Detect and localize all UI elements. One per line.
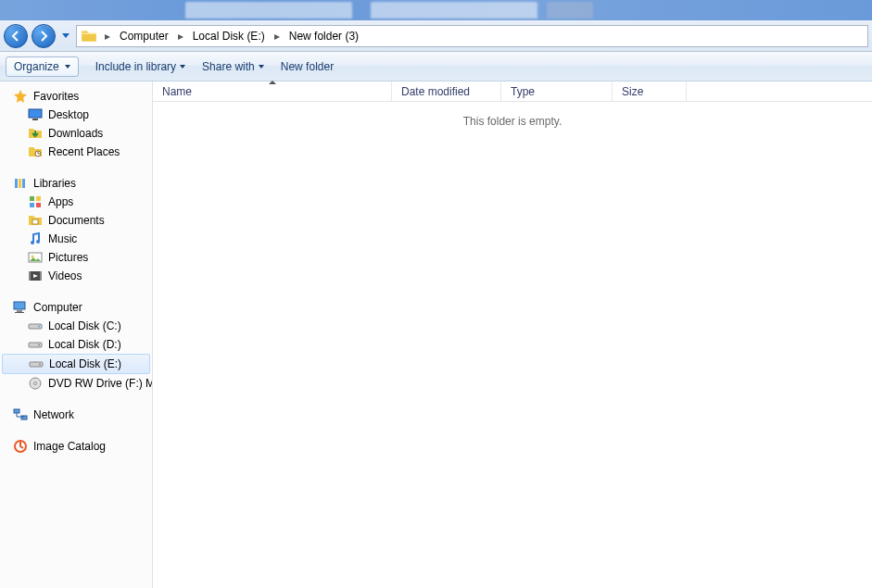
command-bar: Organize Include in library Share with N… bbox=[0, 52, 872, 81]
svg-rect-0 bbox=[29, 109, 42, 118]
sidebar-item-music[interactable]: Music bbox=[0, 230, 152, 248]
computer-icon bbox=[13, 300, 28, 315]
breadcrumb-sep[interactable]: ▸ bbox=[271, 30, 284, 43]
svg-rect-21 bbox=[15, 312, 24, 313]
breadcrumb-box[interactable]: ▸ Computer ▸ Local Disk (E:) ▸ New folde… bbox=[76, 25, 868, 47]
column-size-label: Size bbox=[622, 85, 643, 98]
svg-rect-20 bbox=[17, 310, 22, 312]
sidebar-item-apps[interactable]: Apps bbox=[0, 193, 152, 211]
videos-label: Videos bbox=[48, 269, 82, 282]
dvd-icon bbox=[28, 376, 43, 391]
new-folder-button[interactable]: New folder bbox=[281, 60, 334, 73]
svg-point-25 bbox=[38, 344, 40, 346]
sidebar-item-recent-places[interactable]: Recent Places bbox=[0, 143, 152, 161]
sidebar-item-image-catalog[interactable]: Image Catalog bbox=[0, 437, 152, 456]
image-catalog-label: Image Catalog bbox=[33, 440, 106, 453]
music-label: Music bbox=[48, 232, 77, 245]
column-size[interactable]: Size bbox=[613, 81, 687, 101]
svg-rect-17 bbox=[29, 271, 31, 281]
chevron-down-icon bbox=[259, 65, 264, 69]
svg-point-13 bbox=[36, 240, 40, 244]
column-name-label: Name bbox=[162, 85, 192, 98]
sidebar-item-localdisk-c[interactable]: Local Disk (C:) bbox=[0, 317, 152, 335]
address-bar: ▸ Computer ▸ Local Disk (E:) ▸ New folde… bbox=[0, 20, 872, 52]
sidebar-item-documents[interactable]: Documents bbox=[0, 211, 152, 230]
recent-label: Recent Places bbox=[48, 145, 120, 158]
folder-icon bbox=[81, 28, 97, 44]
svg-point-27 bbox=[39, 364, 41, 366]
sort-ascending-icon bbox=[269, 81, 276, 84]
pictures-label: Pictures bbox=[48, 251, 88, 264]
pictures-icon bbox=[28, 250, 43, 265]
sidebar-item-network[interactable]: Network bbox=[0, 406, 152, 424]
sidebar-item-dvd-rw-drive[interactable]: DVD RW Drive (F:) M bbox=[0, 374, 152, 393]
svg-rect-2 bbox=[32, 119, 38, 120]
organize-button[interactable]: Organize bbox=[6, 56, 79, 77]
window-titlebar bbox=[0, 0, 872, 20]
svg-point-23 bbox=[38, 326, 40, 328]
include-label: Include in library bbox=[95, 60, 176, 73]
sidebar-item-favorites[interactable]: Favorites bbox=[0, 87, 152, 106]
nav-history-dropdown[interactable] bbox=[59, 24, 72, 48]
sidebar-item-localdisk-e[interactable]: Local Disk (E:) bbox=[2, 354, 150, 374]
breadcrumb-newfolder3[interactable]: New folder (3) bbox=[285, 28, 362, 44]
localdisk-e-label: Local Disk (E:) bbox=[49, 357, 121, 370]
back-button[interactable] bbox=[4, 24, 28, 48]
libraries-icon bbox=[13, 176, 28, 191]
column-name[interactable]: Name bbox=[153, 81, 392, 101]
empty-folder-text: This folder is empty. bbox=[153, 115, 872, 128]
svg-point-12 bbox=[31, 241, 34, 244]
navigation-pane: Favorites Desktop Downloads Recent Place… bbox=[0, 81, 153, 588]
svg-point-15 bbox=[32, 256, 34, 258]
breadcrumb-sep[interactable]: ▸ bbox=[174, 30, 187, 43]
drive-icon bbox=[29, 357, 44, 371]
chevron-down-icon bbox=[180, 65, 185, 69]
desktop-label: Desktop bbox=[48, 108, 89, 121]
svg-rect-7 bbox=[30, 196, 34, 201]
column-date-modified[interactable]: Date modified bbox=[392, 81, 501, 101]
svg-rect-10 bbox=[36, 203, 41, 207]
breadcrumb-sep[interactable]: ▸ bbox=[101, 30, 114, 43]
svg-rect-9 bbox=[30, 203, 34, 207]
libraries-label: Libraries bbox=[33, 177, 76, 190]
sidebar-item-pictures[interactable]: Pictures bbox=[0, 248, 152, 267]
sidebar-item-desktop[interactable]: Desktop bbox=[0, 106, 152, 124]
sidebar-item-videos[interactable]: Videos bbox=[0, 267, 152, 285]
organize-label: Organize bbox=[14, 60, 59, 73]
breadcrumb-localdisk-e[interactable]: Local Disk (E:) bbox=[189, 28, 269, 44]
apps-icon bbox=[28, 194, 43, 209]
column-date-label: Date modified bbox=[401, 85, 470, 98]
documents-label: Documents bbox=[48, 214, 105, 227]
favorites-label: Favorites bbox=[33, 90, 79, 103]
recent-icon bbox=[28, 144, 43, 159]
forward-button[interactable] bbox=[32, 24, 56, 48]
sidebar-item-computer[interactable]: Computer bbox=[0, 298, 152, 317]
drive-icon bbox=[28, 319, 43, 333]
svg-rect-11 bbox=[32, 219, 38, 224]
desktop-icon bbox=[28, 107, 43, 122]
file-list-pane: Name Date modified Type Size This folder… bbox=[153, 81, 872, 588]
image-catalog-icon bbox=[13, 439, 28, 454]
localdisk-d-label: Local Disk (D:) bbox=[48, 338, 121, 351]
breadcrumb-computer[interactable]: Computer bbox=[116, 28, 172, 44]
include-in-library-button[interactable]: Include in library bbox=[95, 60, 185, 73]
sidebar-item-localdisk-d[interactable]: Local Disk (D:) bbox=[0, 335, 152, 354]
downloads-icon bbox=[28, 126, 43, 141]
videos-icon bbox=[28, 269, 43, 283]
computer-label: Computer bbox=[33, 301, 82, 314]
sidebar-item-downloads[interactable]: Downloads bbox=[0, 124, 152, 143]
dvd-label: DVD RW Drive (F:) M bbox=[48, 377, 153, 390]
chevron-down-icon bbox=[65, 65, 70, 69]
sidebar-item-libraries[interactable]: Libraries bbox=[0, 174, 152, 193]
column-type-label: Type bbox=[511, 85, 535, 98]
svg-rect-5 bbox=[19, 179, 21, 188]
localdisk-c-label: Local Disk (C:) bbox=[48, 319, 121, 332]
svg-rect-8 bbox=[36, 196, 41, 201]
column-type[interactable]: Type bbox=[501, 81, 613, 101]
column-headers: Name Date modified Type Size bbox=[153, 81, 872, 102]
documents-icon bbox=[28, 213, 43, 228]
newfolder-label: New folder bbox=[281, 60, 334, 73]
network-icon bbox=[13, 407, 28, 422]
share-with-button[interactable]: Share with bbox=[202, 60, 264, 73]
music-icon bbox=[28, 231, 43, 246]
